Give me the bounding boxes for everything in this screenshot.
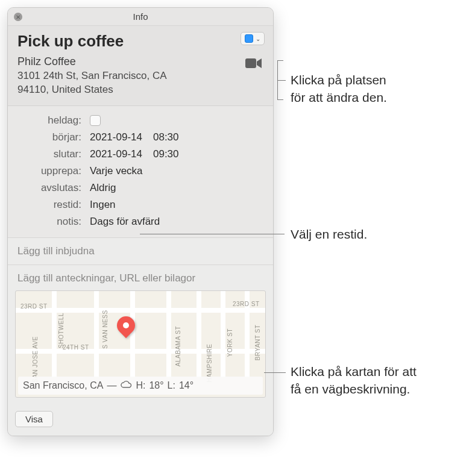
weather-lo: 14° (179, 380, 193, 391)
map-label-sanjose: SAN JOSE AVE (32, 336, 39, 383)
weather-bar: San Francisco, CA — H: 18° L: 14° (18, 377, 263, 395)
window-title: Info (133, 11, 148, 22)
titlebar: ✕ Info (8, 8, 273, 26)
ends-label: slutar: (17, 148, 81, 160)
row-endrepeat: avslutas: Aldrig (17, 180, 263, 196)
row-ends: slutar: 2021-09-14 09:30 (17, 146, 263, 163)
close-button[interactable]: ✕ (14, 13, 22, 21)
starts-time[interactable]: 08:30 (153, 131, 179, 143)
travel-value[interactable]: Ingen (90, 199, 116, 211)
cloud-icon (120, 380, 132, 391)
starts-label: börjar: (17, 131, 81, 143)
location-address-line1[interactable]: 3101 24th St, San Francisco, CA (17, 69, 263, 83)
invitees-field[interactable]: Lägg till inbjudna (8, 238, 273, 265)
calendar-picker[interactable]: ⌄ (241, 32, 265, 45)
travel-label: restid: (17, 199, 81, 211)
starts-date[interactable]: 2021-09-14 (90, 131, 142, 143)
map-preview[interactable]: 23RD ST 23RD ST 24TH ST S VAN NESS SHOTW… (15, 290, 266, 398)
callout-lead-map (264, 372, 286, 373)
weather-sep: — (107, 380, 116, 391)
ends-time[interactable]: 09:30 (153, 148, 179, 160)
weather-hi: 18° (149, 380, 163, 391)
alert-label: notis: (17, 216, 81, 228)
callout-lead-travel (140, 234, 285, 234)
allday-checkbox[interactable] (90, 115, 101, 126)
calendar-color-swatch (245, 34, 253, 43)
endrepeat-value[interactable]: Aldrig (90, 182, 116, 194)
repeat-value[interactable]: Varje vecka (90, 165, 143, 177)
map-label-23rd-left: 23RD ST (20, 303, 48, 310)
weather-lo-label: L: (168, 380, 175, 391)
map-label-york: YORK ST (227, 328, 233, 357)
weather-hi-label: H: (136, 380, 145, 391)
allday-label: heldag: (17, 114, 81, 127)
weather-city: San Francisco, CA (23, 380, 103, 391)
notes-field[interactable]: Lägg till anteckningar, URL eller bilago… (15, 272, 266, 290)
ends-date[interactable]: 2021-09-14 (90, 148, 142, 160)
repeat-label: upprepa: (17, 165, 81, 177)
endrepeat-label: avslutas: (17, 182, 81, 194)
row-alert: notis: Dags för avfärd (17, 213, 263, 230)
callout-map: Klicka på kartan för att få en vägbeskri… (291, 363, 417, 398)
callout-map-line1: Klicka på kartan för att (291, 363, 417, 380)
map-label-24th: 24TH ST (63, 344, 89, 351)
callout-lead-location (277, 80, 286, 81)
event-info-popover: ✕ Info Pick up coffee ⌄ Philz Coffee 310… (7, 7, 274, 436)
callout-location-line2: för att ändra den. (291, 89, 387, 106)
map-label-svanness: S VAN NESS (102, 310, 109, 348)
svg-rect-0 (245, 58, 256, 68)
video-camera-icon[interactable] (245, 57, 262, 72)
row-travel: restid: Ingen (17, 196, 263, 213)
map-label-bryant: BRYANT ST (254, 325, 261, 361)
callout-travel: Välj en restid. (291, 225, 367, 243)
row-starts: börjar: 2021-09-14 08:30 (17, 129, 263, 146)
event-header: Pick up coffee ⌄ Philz Coffee 3101 24th … (8, 26, 273, 106)
location-name[interactable]: Philz Coffee (17, 55, 263, 68)
map-label-alabama: ALABAMA ST (175, 326, 181, 366)
show-button[interactable]: Visa (15, 411, 53, 427)
event-title[interactable]: Pick up coffee (17, 32, 263, 51)
callout-location-line1: Klicka på platsen (291, 71, 387, 89)
map-label-shotwell: SHOTWELL (58, 313, 64, 348)
row-repeat: upprepa: Varje vecka (17, 163, 263, 180)
row-allday: heldag: (17, 112, 263, 129)
location-address-line2[interactable]: 94110, United States (17, 83, 263, 97)
alert-value[interactable]: Dags för avfärd (90, 216, 160, 228)
footer: Visa (8, 405, 273, 436)
callout-map-line2: få en vägbeskrivning. (291, 380, 417, 398)
notes-section: Lägg till anteckningar, URL eller bilago… (8, 265, 273, 405)
chevron-down-icon: ⌄ (256, 36, 260, 42)
callout-location: Klicka på platsen för att ändra den. (291, 71, 387, 107)
map-label-23rd-right: 23RD ST (233, 301, 260, 307)
details-section: heldag: börjar: 2021-09-14 08:30 slutar:… (8, 106, 273, 238)
